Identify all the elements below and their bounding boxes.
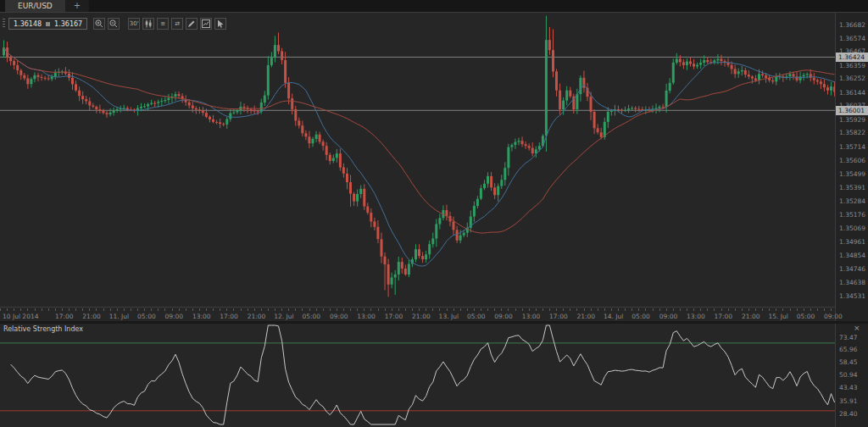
drawings-button[interactable] bbox=[186, 18, 198, 30]
quote-display[interactable]: 1.36148 1.36167 bbox=[8, 18, 87, 30]
time-axis[interactable]: 10 Jul 201417:0021:0011. Jul05:0009:0013… bbox=[0, 307, 835, 322]
rsi-axis-label: 73.47 bbox=[839, 334, 857, 341]
toolbar-grip[interactable] bbox=[3, 19, 5, 29]
time-axis-label: 09:00 bbox=[812, 313, 854, 320]
price-axis-label: 1.34531 bbox=[839, 292, 865, 300]
price-axis-label: 1.35714 bbox=[839, 143, 865, 151]
price-axis-label: 1.35606 bbox=[839, 157, 865, 164]
zoom-in-button[interactable] bbox=[93, 18, 105, 30]
chart-type-button[interactable] bbox=[142, 18, 154, 30]
price-axis-label: 1.36144 bbox=[839, 89, 865, 97]
new-tab-button[interactable]: + bbox=[66, 0, 89, 12]
rsi-axis-label: 35.91 bbox=[839, 397, 857, 405]
trading-app-window: EUR/USD + 1.36148 1.36167 30'≡⇄ 1.366821… bbox=[0, 0, 868, 427]
indicators-button[interactable] bbox=[200, 18, 212, 30]
price-axis-label: 1.35929 bbox=[839, 116, 865, 124]
tab-eurusd[interactable]: EUR/USD bbox=[5, 0, 66, 12]
rsi-panel-title: Relative Strength Index bbox=[3, 325, 83, 333]
ask-price: 1.36167 bbox=[54, 20, 82, 28]
magnifier-plus-icon bbox=[94, 19, 104, 29]
time-axis-ticks bbox=[0, 308, 835, 311]
price-axis-label: 1.34961 bbox=[839, 238, 865, 246]
auto-shift-button[interactable]: ⇄ bbox=[171, 18, 183, 30]
cursor-arrow-icon bbox=[215, 19, 225, 29]
price-axis-label: 1.34854 bbox=[839, 252, 865, 259]
rsi-close-button[interactable]: × bbox=[854, 324, 860, 332]
pointer-tool-button[interactable] bbox=[214, 18, 226, 30]
timeframe-button[interactable]: 30' bbox=[128, 18, 140, 30]
timeframe-30min-icon: 30' bbox=[130, 21, 139, 27]
chart-toolbar: 1.36148 1.36167 30'≡⇄ bbox=[3, 18, 226, 30]
price-axis-label: 1.35499 bbox=[839, 170, 865, 178]
toolbar-buttons: 30'≡⇄ bbox=[93, 18, 226, 30]
price-marker-tag: 1.36424 bbox=[836, 53, 868, 62]
price-axis-label: 1.34638 bbox=[839, 279, 865, 286]
price-axis-label: 1.36252 bbox=[839, 75, 865, 82]
indicator-chart-icon bbox=[201, 19, 211, 29]
rsi-axis-label: 58.45 bbox=[839, 358, 857, 366]
bid-price: 1.36148 bbox=[14, 20, 42, 28]
pencil-icon bbox=[186, 19, 197, 29]
chart-templates-button[interactable]: ≡ bbox=[157, 18, 169, 30]
price-axis-label: 1.35069 bbox=[839, 225, 865, 232]
horizontal-lines-icon: ≡ bbox=[160, 21, 165, 27]
price-axis-label: 1.35284 bbox=[839, 197, 865, 205]
price-axis-label: 1.35176 bbox=[839, 211, 865, 219]
price-axis-label: 1.35822 bbox=[839, 129, 865, 136]
price-marker-tag: 1.36001 bbox=[836, 106, 868, 115]
rsi-axis-label: 65.96 bbox=[839, 346, 857, 353]
magnifier-minus-icon bbox=[108, 19, 119, 29]
plus-icon: + bbox=[74, 1, 81, 10]
price-axis-label: 1.36682 bbox=[839, 21, 865, 29]
price-axis-label: 1.35391 bbox=[839, 184, 865, 191]
tab-label: EUR/USD bbox=[18, 2, 53, 10]
spread-separator-icon bbox=[46, 22, 50, 26]
candlestick-icon bbox=[143, 19, 153, 29]
zoom-out-button[interactable] bbox=[108, 18, 120, 30]
rsi-axis-label: 50.94 bbox=[839, 371, 857, 379]
rsi-axis-label: 28.40 bbox=[839, 410, 857, 418]
chart-canvas[interactable] bbox=[0, 0, 868, 427]
price-axis-label: 1.34746 bbox=[839, 265, 865, 273]
price-axis-label: 1.36359 bbox=[839, 62, 865, 69]
swap-arrows-icon: ⇄ bbox=[175, 21, 180, 27]
rsi-axis-label: 43.43 bbox=[839, 384, 857, 391]
time-axis-label: 10 Jul 2014 bbox=[3, 313, 38, 320]
tab-bar: EUR/USD + bbox=[0, 0, 868, 13]
price-axis[interactable]: 1.366821.365741.364671.363591.362521.361… bbox=[836, 0, 868, 427]
price-axis-label: 1.36574 bbox=[839, 35, 865, 42]
